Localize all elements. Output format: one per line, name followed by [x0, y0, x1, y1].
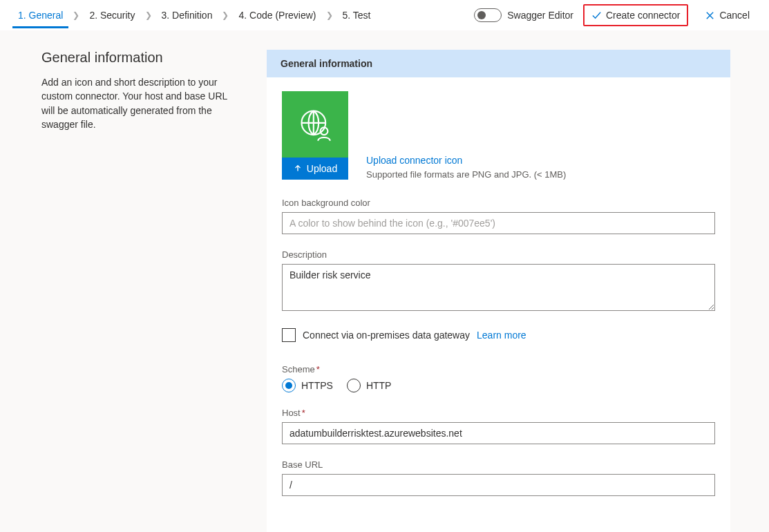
toggle-label: Swagger Editor — [507, 10, 573, 21]
chevron-right-icon: ❯ — [322, 10, 337, 20]
host-input[interactable] — [282, 422, 715, 444]
radio-label: HTTP — [366, 380, 392, 391]
tab-label: 5. Test — [343, 10, 371, 21]
chevron-right-icon: ❯ — [68, 10, 84, 20]
icon-bg-input[interactable] — [282, 212, 715, 234]
description-input[interactable] — [282, 264, 715, 311]
sidebar-description: Add an icon and short description to you… — [41, 75, 235, 131]
gateway-checkbox[interactable] — [282, 328, 296, 342]
top-bar: 1. General ❯ 2. Security ❯ 3. Definition… — [0, 0, 769, 30]
top-actions: Swagger Editor Create connector Cancel — [474, 4, 757, 26]
tab-label: 2. Security — [89, 10, 135, 21]
panel-title: General information — [267, 50, 730, 77]
tab-label: 1. General — [18, 10, 63, 21]
tab-general[interactable]: 1. General — [12, 3, 68, 28]
gateway-learn-more-link[interactable]: Learn more — [477, 330, 526, 341]
tab-test[interactable]: 5. Test — [337, 3, 377, 28]
tab-label: 3. Definition — [162, 10, 213, 21]
tab-security[interactable]: 2. Security — [84, 3, 140, 28]
radio-unchecked-icon — [347, 379, 361, 392]
sidebar: General information Add an icon and shor… — [41, 50, 235, 131]
main-panel: General information — [267, 50, 730, 532]
upload-info: Upload connector icon Supported file for… — [366, 155, 566, 180]
icon-bg-label: Icon background color — [282, 198, 715, 208]
page-content: General information Add an icon and shor… — [0, 30, 769, 532]
tab-code[interactable]: 4. Code (Preview) — [233, 3, 321, 28]
cancel-button[interactable]: Cancel — [698, 7, 757, 23]
toggle-switch-icon[interactable] — [474, 8, 502, 22]
base-url-label: Base URL — [282, 459, 715, 470]
upload-icon — [293, 164, 303, 173]
scheme-label-text: Scheme — [282, 364, 315, 374]
upload-icon-link[interactable]: Upload connector icon — [366, 155, 566, 166]
button-label: Create connector — [606, 10, 680, 21]
sidebar-title: General information — [41, 50, 235, 66]
connector-icon-preview — [282, 91, 348, 158]
scheme-https-radio[interactable]: HTTPS — [282, 379, 333, 392]
button-label: Upload — [307, 163, 337, 174]
upload-button[interactable]: Upload — [282, 158, 348, 180]
button-label: Cancel — [719, 10, 750, 21]
description-label: Description — [282, 249, 715, 260]
upload-hint-text: Supported file formats are PNG and JPG. … — [366, 169, 566, 180]
create-connector-button[interactable]: Create connector — [583, 4, 688, 26]
radio-label: HTTPS — [301, 380, 333, 391]
radio-checked-icon — [282, 379, 296, 392]
chevron-right-icon: ❯ — [141, 10, 156, 20]
gateway-label: Connect via on-premises data gateway — [303, 330, 470, 341]
close-icon — [705, 10, 715, 21]
chevron-right-icon: ❯ — [218, 10, 233, 20]
globe-person-icon — [297, 106, 333, 142]
tab-label: 4. Code (Preview) — [238, 10, 316, 21]
icon-upload-row: Upload Upload connector icon Supported f… — [282, 91, 715, 180]
base-url-input[interactable] — [282, 474, 715, 496]
host-label: Host* — [282, 408, 715, 418]
swagger-editor-toggle[interactable]: Swagger Editor — [474, 8, 573, 22]
host-label-text: Host — [282, 408, 301, 418]
scheme-label: Scheme* — [282, 364, 715, 374]
tab-definition[interactable]: 3. Definition — [156, 3, 218, 28]
scheme-http-radio[interactable]: HTTP — [347, 379, 392, 392]
checkmark-icon — [591, 10, 602, 21]
wizard-steps: 1. General ❯ 2. Security ❯ 3. Definition… — [12, 3, 377, 28]
